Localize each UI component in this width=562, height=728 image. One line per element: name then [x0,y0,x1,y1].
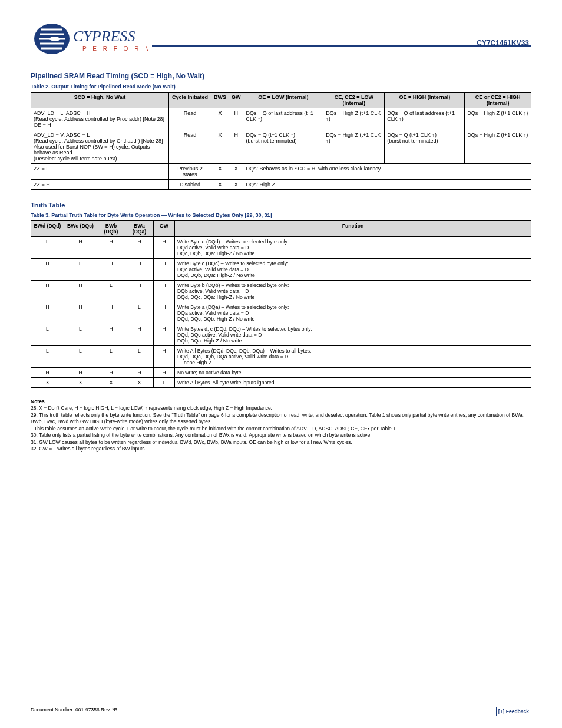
output-timing-table: SCD = High, No Wait Cycle Initiated BWS … [31,92,531,190]
cell: H [229,130,243,164]
cell: L [97,346,125,368]
th-oehigh: OE = HIGH (Internal) [385,93,465,108]
cell: H [125,368,154,378]
th-bwc: BWc (DQc) [64,221,97,237]
feedback-link[interactable]: [+] Feedback [496,707,531,716]
cell: DQs = High Z (t+1 CLK ↑) [465,130,531,164]
cell: H [154,368,175,378]
table-caption-2: Table 3. Partial Truth Table for Byte Wr… [31,212,531,218]
cell: DQs: Behaves as in SCD = H, with one les… [243,164,531,180]
doc-number: Document Number: 001-97356 Rev. *B [31,707,117,713]
notes-heading: Notes [31,398,531,405]
table-row: LHHHHWrite Byte d (DQd) – Writes to sele… [31,237,531,259]
cell: DQs = Q (t+1 CLK ↑) (burst not terminate… [385,130,465,164]
cell: X [64,378,97,388]
th-cehigh: CE or CE2 = HIGH (Internal) [465,93,531,108]
cell: Write All Bytes. All byte write inputs i… [175,378,531,388]
note-item: This table assumes an active Write cycle… [34,426,531,432]
cell: ZZ = L [31,164,169,180]
cell: X [97,378,125,388]
cell: L [97,281,125,302]
cell: X [125,378,154,388]
table-row: HHLHHWrite Byte b (DQb) – Writes to sele… [31,281,531,302]
note-item: 31. GW LOW causes all bytes to be writte… [31,439,531,446]
cell: X [31,378,64,388]
cell: ADV_LD = L, ADSC = H (Read cycle, Addres… [31,108,169,130]
cell: L [64,324,97,346]
cell: H [125,259,154,281]
th-init: Cycle Initiated [168,93,211,108]
cell: H [154,259,175,281]
header: CYPRESS P E R F O R M [31,18,531,59]
cell: H [31,302,64,324]
cell: L [31,237,64,259]
cell: H [154,324,175,346]
cell: DQs: High Z [243,180,531,190]
th-bwb: BWb (DQb) [97,221,125,237]
logo-tagline-text: P E R F O R M [82,45,148,52]
cell: H [31,281,64,302]
truth-table: BWd (DQd) BWc (DQc) BWb (DQb) BWa (DQa) … [31,220,531,388]
cell: X [211,180,229,190]
cypress-logo: CYPRESS P E R F O R M [31,18,148,59]
cell: DQs = Q (t+1 CLK ↑) (burst not terminate… [243,130,323,164]
cell: H [97,259,125,281]
page-footer: Document Number: 001-97356 Rev. *B Page … [31,707,531,713]
cell: Write Byte d (DQd) – Writes to selected … [175,237,531,259]
table-row: HHHLHWrite Byte a (DQa) – Writes to sele… [31,302,531,324]
table-caption-1: Table 2. Output Timing for Pipelined Rea… [31,84,531,90]
datasheet-page: CYPRESS P E R F O R M CY7C1461KV33 Pipel… [0,0,562,728]
cell: H [64,237,97,259]
cell: L [31,346,64,368]
cell: ZZ = H [31,180,169,190]
th-gw: GW [154,221,175,237]
table-row: ADV_LD = V, ADSC = L (Read cycle, Addres… [31,130,531,164]
cell: H [31,368,64,378]
table-row: ZZ = H Disabled X X DQs: High Z [31,180,531,190]
th-bwd: BWd (DQd) [31,221,64,237]
cell: H [125,237,154,259]
cell: L [125,346,154,368]
table-row: XXXXLWrite All Bytes. All byte write inp… [31,378,531,388]
cell: Write Bytes d, c (DQd, DQc) – Writes to … [175,324,531,346]
cell: H [154,237,175,259]
section-heading-1: Pipelined SRAM Read Timing (SCD = High, … [31,72,531,80]
cell: Write All Bytes (DQd, DQc, DQb, DQa) – W… [175,346,531,368]
note-item: 30. Table only lists a partial listing o… [31,432,531,439]
cell: L [154,378,175,388]
table-row: HHHHHNo write; no active data byte [31,368,531,378]
cell: H [64,302,97,324]
th-function: Function [175,221,531,237]
cell: H [97,324,125,346]
cell: H [64,368,97,378]
th-cycle: SCD = High, No Wait [31,93,169,108]
table-row: SCD = High, No Wait Cycle Initiated BWS … [31,93,531,108]
cell: DQs = Q of last address (t+1 CLK ↑) [243,108,323,130]
cell: DQs = High Z (t+1 CLK ↑) [323,108,385,130]
th-oelow: OE = LOW (Internal) [243,93,323,108]
notes-section: Notes 28. X = Don't Care, H = logic HIGH… [31,398,531,453]
cell: H [154,281,175,302]
cell: Read [168,130,211,164]
cell: H [97,237,125,259]
cell: X [229,164,243,180]
table-row: ZZ = L Previous 2 states X X DQs: Behave… [31,164,531,180]
table-row: ADV_LD = L, ADSC = H (Read cycle, Addres… [31,108,531,130]
th-celow: CE, CE2 = LOW (Internal) [323,93,385,108]
th-gw: GW [229,93,243,108]
note-item: 29. This truth table reflects only the b… [31,412,531,426]
th-bwa: BWa (DQa) [125,221,154,237]
cell: ADV_LD = V, ADSC = L (Read cycle, Addres… [31,130,169,164]
cell: L [64,259,97,281]
cell: H [97,368,125,378]
cell: H [125,324,154,346]
cell: No write; no active data byte [175,368,531,378]
cell: H [64,281,97,302]
cell: L [31,324,64,346]
note-item: 28. X = Don't Care, H = logic HIGH, L = … [31,405,531,411]
table-row: HLHHHWrite Byte c (DQc) – Writes to sele… [31,259,531,281]
cell: H [97,302,125,324]
cell: L [64,346,97,368]
note-item: 32. GW = L writes all bytes regardless o… [31,446,531,452]
cell: X [211,130,229,164]
